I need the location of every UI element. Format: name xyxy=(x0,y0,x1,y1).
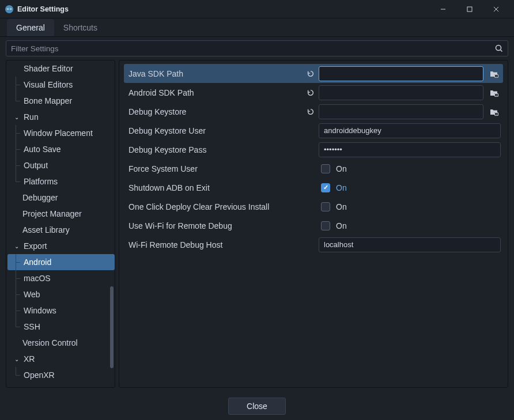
tree-item-label: XR xyxy=(24,354,35,364)
path-input[interactable] xyxy=(319,85,483,100)
close-button[interactable]: Close xyxy=(228,398,286,415)
tree-item[interactable]: Platforms xyxy=(7,173,115,190)
tree-item[interactable]: Version Control xyxy=(7,335,115,351)
setting-control xyxy=(319,66,501,81)
settings-tree: Shader EditorVisual EditorsBone Mapper⌄R… xyxy=(7,62,115,386)
text-input[interactable] xyxy=(319,237,501,252)
tree-item[interactable]: Output xyxy=(7,157,115,173)
tree-item-label: Project Manager xyxy=(22,209,82,218)
setting-row: Debug Keystore Pass xyxy=(124,140,503,159)
tree-item-label: Auto Save xyxy=(24,145,61,154)
tree-item-label: Bone Mapper xyxy=(24,96,72,105)
tree-item[interactable]: Bone Mapper xyxy=(7,93,115,109)
setting-control: On xyxy=(319,164,501,173)
tree-item[interactable]: OpenXR xyxy=(7,367,115,383)
setting-label: Shutdown ADB on Exit xyxy=(126,183,305,192)
tabs: General Shortcuts xyxy=(0,18,514,37)
tree-item[interactable]: Asset Library xyxy=(7,222,115,238)
setting-label: One Click Deploy Clear Previous Install xyxy=(126,202,305,211)
sidebar-scrollbar[interactable] xyxy=(110,286,114,368)
checkbox[interactable] xyxy=(321,221,330,230)
tree-item-label: OpenXR xyxy=(24,370,55,380)
svg-point-3 xyxy=(7,8,8,9)
setting-label: Android SDK Path xyxy=(126,88,305,97)
checkbox-label: On xyxy=(336,183,347,192)
browse-folder-icon[interactable] xyxy=(487,86,501,100)
setting-control xyxy=(319,104,501,119)
tab-shortcuts[interactable]: Shortcuts xyxy=(54,19,107,36)
reset-icon[interactable] xyxy=(305,89,316,97)
tree-item[interactable]: ⌄Export xyxy=(7,238,115,254)
tree-item-label: Web xyxy=(24,290,40,299)
svg-point-4 xyxy=(10,8,11,9)
tree-item[interactable]: Debugger xyxy=(7,190,115,206)
filter-row xyxy=(6,40,508,56)
svg-point-20 xyxy=(496,113,497,114)
tree-item-label: Export xyxy=(24,241,47,251)
setting-control: On xyxy=(319,202,501,211)
tree-item[interactable]: ⌄Run xyxy=(7,109,115,125)
tree-item[interactable]: Android xyxy=(7,254,115,270)
maximize-button[interactable] xyxy=(456,0,483,18)
tree-item-label: Shader Editor xyxy=(24,64,73,73)
tree-item[interactable]: Project Manager xyxy=(7,206,115,222)
path-input[interactable] xyxy=(319,104,483,119)
setting-control xyxy=(319,85,501,100)
tree-item-label: Version Control xyxy=(22,338,78,347)
checkbox[interactable] xyxy=(321,183,330,192)
close-window-button[interactable] xyxy=(483,0,509,18)
text-input[interactable] xyxy=(319,142,501,157)
svg-rect-5 xyxy=(467,7,472,12)
svg-point-15 xyxy=(496,94,497,95)
tree-item[interactable]: Auto Save xyxy=(7,141,115,157)
reset-icon[interactable] xyxy=(305,108,316,116)
tree-item[interactable]: Web xyxy=(7,286,115,302)
tab-general[interactable]: General xyxy=(7,19,54,36)
setting-label: Debug Keystore xyxy=(126,107,305,116)
setting-label: Wi-Fi Remote Debug Host xyxy=(126,240,305,249)
filter-input[interactable] xyxy=(6,40,508,56)
tree-item-label: Android xyxy=(24,258,51,267)
tree-item[interactable]: Visual Editors xyxy=(7,77,115,93)
chevron-down-icon[interactable]: ⌄ xyxy=(14,243,22,249)
window-title: Editor Settings xyxy=(17,5,69,13)
tree-item[interactable]: Shader Editor xyxy=(7,62,115,77)
tree-item-label: Run xyxy=(24,112,39,122)
svg-point-6 xyxy=(496,46,501,51)
path-input[interactable] xyxy=(319,66,483,81)
setting-label: Force System User xyxy=(126,164,305,173)
browse-folder-icon[interactable] xyxy=(487,105,501,119)
browse-folder-icon[interactable] xyxy=(487,67,501,81)
tree-item[interactable]: Windows xyxy=(7,302,115,319)
chevron-down-icon[interactable]: ⌄ xyxy=(14,356,22,362)
setting-control xyxy=(319,123,501,138)
setting-label: Debug Keystore User xyxy=(126,126,305,135)
setting-control xyxy=(319,237,501,252)
svg-point-11 xyxy=(497,75,497,76)
tree-item-label: Windows xyxy=(24,306,56,315)
svg-point-21 xyxy=(497,113,497,114)
tree-item-label: Output xyxy=(24,161,48,170)
text-input[interactable] xyxy=(319,123,501,138)
setting-row: Java SDK Path xyxy=(124,64,503,83)
chevron-down-icon[interactable]: ⌄ xyxy=(14,114,22,120)
tree-item-label: Asset Library xyxy=(22,225,70,234)
tree-item[interactable]: Window Placement xyxy=(7,125,115,141)
tree-item-label: Visual Editors xyxy=(24,80,73,89)
settings-panel: Java SDK PathAndroid SDK PathDebug Keyst… xyxy=(119,60,508,388)
checkbox[interactable] xyxy=(321,202,330,211)
svg-point-9 xyxy=(495,75,496,76)
minimize-button[interactable] xyxy=(430,0,456,18)
checkbox[interactable] xyxy=(321,164,330,173)
setting-control xyxy=(319,142,501,157)
reset-icon[interactable] xyxy=(305,70,316,78)
sidebar: Shader EditorVisual EditorsBone Mapper⌄R… xyxy=(6,60,115,388)
svg-point-19 xyxy=(495,113,496,114)
tree-item[interactable]: macOS xyxy=(7,270,115,286)
setting-row: Wi-Fi Remote Debug Host xyxy=(124,235,503,254)
tree-item[interactable]: SSH xyxy=(7,319,115,335)
setting-control: On xyxy=(319,183,501,192)
tree-item[interactable]: Metadata xyxy=(7,383,115,386)
setting-control: On xyxy=(319,221,501,230)
tree-item[interactable]: ⌄XR xyxy=(7,351,115,367)
